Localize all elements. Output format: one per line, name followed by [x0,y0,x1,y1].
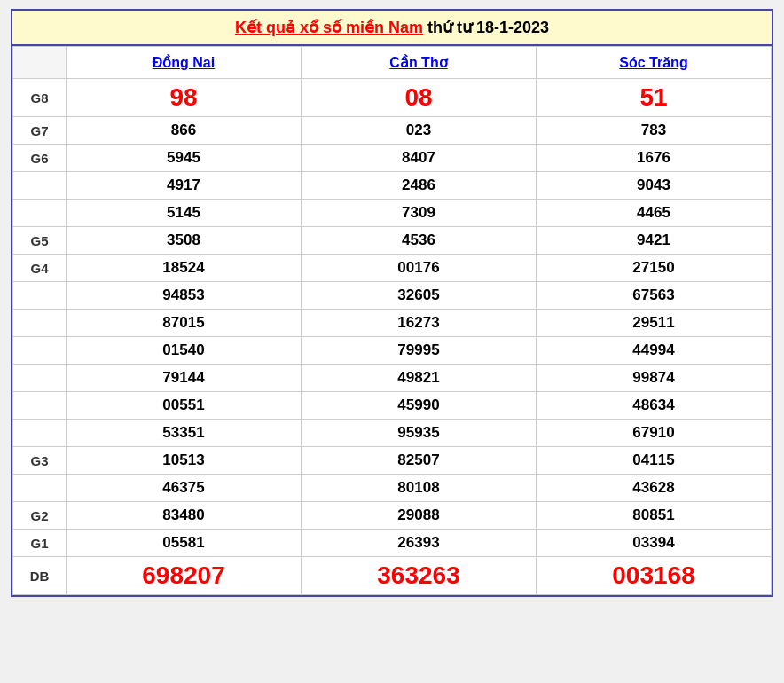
row-label: G6 [13,145,67,172]
cell-value: 82507 [302,447,537,475]
row-label [13,392,67,420]
cell-value: 46375 [67,475,302,502]
row-label: G5 [13,227,67,255]
cell-value: 45990 [302,392,537,420]
table-row: G1055812639303394 [13,530,772,557]
table-row: G7866023783 [13,117,772,145]
cell-value: 866 [67,117,302,145]
cell-value: 18524 [67,255,302,282]
row-label: G8 [13,79,67,117]
row-label: G3 [13,447,67,475]
cell-value: 363263 [302,557,537,595]
cell-value: 00551 [67,392,302,420]
cell-value: 44994 [537,337,772,365]
cell-value: 49821 [302,365,537,392]
cell-value: 3508 [67,227,302,255]
cell-value: 7309 [302,200,537,227]
row-label: G2 [13,502,67,530]
cell-value: 67910 [537,420,772,447]
cell-value: 003168 [537,557,772,595]
cell-value: 29511 [537,310,772,337]
table-row: G6594584071676 [13,145,772,172]
cell-value: 80851 [537,502,772,530]
row-label: G4 [13,255,67,282]
cell-value: 03394 [537,530,772,557]
cell-value: 05581 [67,530,302,557]
cell-value: 80108 [302,475,537,502]
table-header-row: Đồng Nai Cần Thơ Sóc Trăng [13,47,772,79]
table-row: DB698207363263003168 [13,557,772,595]
cell-value: 5945 [67,145,302,172]
table-row: G8980851 [13,79,772,117]
cell-value: 87015 [67,310,302,337]
row-label: DB [13,557,67,595]
cell-value: 10513 [67,447,302,475]
cell-value: 4536 [302,227,537,255]
table-row: 005514599048634 [13,392,772,420]
col-header-cantho: Cần Thơ [302,47,537,79]
row-label [13,420,67,447]
row-label: G1 [13,530,67,557]
cell-value: 9421 [537,227,772,255]
cell-value: 9043 [537,172,772,200]
row-label [13,337,67,365]
col-header-dongnai: Đồng Nai [67,47,302,79]
row-label: G7 [13,117,67,145]
table-row: 948533260567563 [13,282,772,310]
row-label [13,172,67,200]
cell-value: 4465 [537,200,772,227]
cell-value: 5145 [67,200,302,227]
cell-value: 94853 [67,282,302,310]
table-row: 015407999544994 [13,337,772,365]
cell-value: 698207 [67,557,302,595]
table-body: G8980851G7866023783G65945840716764917248… [13,79,772,595]
cell-value: 01540 [67,337,302,365]
table-row: G2834802908880851 [13,502,772,530]
cell-value: 53351 [67,420,302,447]
page-header: Kết quả xổ số miền Nam thứ tư 18-1-2023 [12,11,772,46]
cell-value: 783 [537,117,772,145]
cell-value: 16273 [302,310,537,337]
cell-value: 48634 [537,392,772,420]
cell-value: 26393 [302,530,537,557]
table-row: 514573094465 [13,200,772,227]
cell-value: 98 [67,79,302,117]
results-table: Đồng Nai Cần Thơ Sóc Trăng G8980851G7866… [12,46,772,595]
cell-value: 79144 [67,365,302,392]
table-row: 463758010843628 [13,475,772,502]
row-label [13,310,67,337]
col-header-soctrang: Sóc Trăng [537,47,772,79]
table-row: 533519593567910 [13,420,772,447]
row-label [13,475,67,502]
table-row: G5350845369421 [13,227,772,255]
table-row: G4185240017627150 [13,255,772,282]
cell-value: 79995 [302,337,537,365]
row-label [13,282,67,310]
cell-value: 00176 [302,255,537,282]
cell-value: 43628 [537,475,772,502]
cell-value: 08 [302,79,537,117]
cell-value: 4917 [67,172,302,200]
cell-value: 95935 [302,420,537,447]
table-row: 870151627329511 [13,310,772,337]
cell-value: 8407 [302,145,537,172]
cell-value: 29088 [302,502,537,530]
row-label [13,365,67,392]
cell-value: 04115 [537,447,772,475]
table-row: 491724869043 [13,172,772,200]
main-container: Kết quả xổ số miền Nam thứ tư 18-1-2023 … [11,9,773,597]
table-row: G3105138250704115 [13,447,772,475]
cell-value: 2486 [302,172,537,200]
header-link[interactable]: Kết quả xổ số miền Nam [235,19,423,36]
cell-value: 83480 [67,502,302,530]
header-suffix: thứ tư 18-1-2023 [423,19,549,36]
table-row: 791444982199874 [13,365,772,392]
cell-value: 99874 [537,365,772,392]
cell-value: 32605 [302,282,537,310]
row-label [13,200,67,227]
cell-value: 27150 [537,255,772,282]
cell-value: 023 [302,117,537,145]
cell-value: 51 [537,79,772,117]
cell-value: 67563 [537,282,772,310]
cell-value: 1676 [537,145,772,172]
